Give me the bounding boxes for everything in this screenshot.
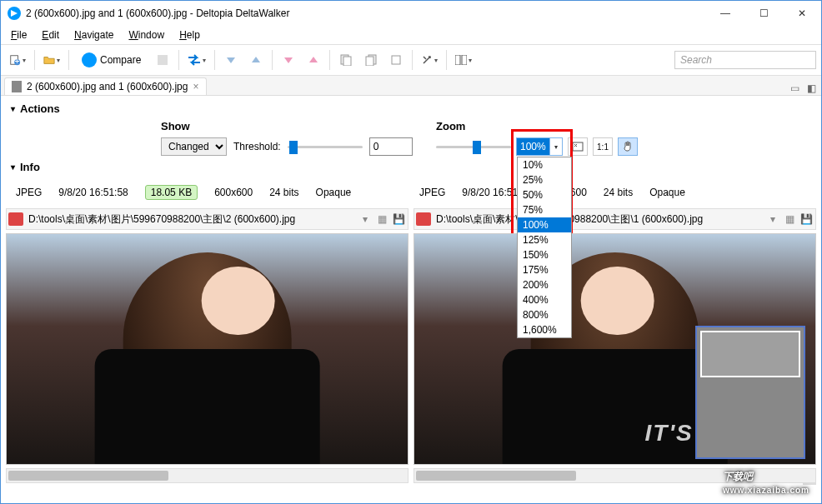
info-right: JPEG 9/8/20 16:51:58 600x600 24 bits Opa… <box>419 187 806 198</box>
right-image-pane[interactable]: IT'S <box>414 233 816 465</box>
menubar: File Edit Navigate Window Help <box>1 26 821 44</box>
shirt-text: IT'S <box>645 420 694 447</box>
app-icon <box>8 7 21 20</box>
toolbar: + Compare Search <box>1 44 821 76</box>
chevron-down-icon[interactable]: ▾ <box>549 138 562 155</box>
left-path-bar: D:\tools\桌面\素材\图片\599670988200\主图\2 (600… <box>6 208 408 230</box>
menu-edit[interactable]: Edit <box>35 27 66 42</box>
menu-navigate[interactable]: Navigate <box>68 27 120 42</box>
open-dropdown[interactable] <box>40 49 63 71</box>
nav-down-button[interactable] <box>220 49 242 71</box>
zoom-option[interactable]: 175% <box>518 262 571 277</box>
stop-button[interactable] <box>152 49 173 71</box>
browse-folder-icon[interactable]: ▦ <box>374 212 389 227</box>
minimize-panel-icon[interactable]: ▭ <box>788 82 801 95</box>
svg-rect-8 <box>392 56 400 64</box>
new-dropdown[interactable]: + <box>6 49 29 71</box>
zoom-value: 100% <box>517 138 549 155</box>
tabbar: 2 (600x600).jpg and 1 (600x600).jpg × ▭ … <box>1 76 821 96</box>
info-left: JPEG 9/8/20 16:51:58 18.05 KB 600x600 24… <box>16 185 403 200</box>
image-file-icon <box>416 212 431 226</box>
show-mode-select[interactable]: Changed <box>161 137 227 156</box>
save-icon[interactable]: 💾 <box>391 212 406 227</box>
svg-rect-11 <box>573 142 583 151</box>
watermark: 下载吧 www.xiazaiba.com <box>723 460 809 495</box>
svg-rect-5 <box>343 57 351 66</box>
minimize-button[interactable]: — <box>706 1 744 26</box>
menu-file[interactable]: File <box>4 27 33 42</box>
info-depth: 24 bits <box>269 187 298 198</box>
compare-icon <box>82 52 97 67</box>
zoom-option[interactable]: 800% <box>518 307 571 322</box>
document-icon <box>12 81 22 92</box>
actions-heading[interactable]: Actions <box>11 102 811 115</box>
titlebar: 2 (600x600).jpg and 1 (600x600).jpg - De… <box>1 1 821 26</box>
nav-up-button[interactable] <box>245 49 267 71</box>
zoom-combo[interactable]: 100% ▾ 10%25%50%75%100%125%150%175%200%4… <box>516 137 563 156</box>
info-depth: 24 bits <box>604 187 633 198</box>
copy-right-button[interactable] <box>360 49 382 71</box>
fit-button[interactable] <box>568 137 588 156</box>
svg-rect-7 <box>366 57 373 66</box>
nav-down-red-button[interactable] <box>278 49 299 71</box>
tab-close-icon[interactable]: × <box>193 81 198 92</box>
nav-up-red-button[interactable] <box>303 49 324 71</box>
navigator-thumbnail[interactable] <box>695 326 805 459</box>
right-path-bar: D:\tools\桌面\素材\图片\599670988200\主图\1 (600… <box>414 208 816 230</box>
info-heading[interactable]: Info <box>11 161 811 173</box>
copy-all-button[interactable] <box>385 49 407 71</box>
zoom-option[interactable]: 100% <box>518 217 571 232</box>
zoom-option[interactable]: 400% <box>518 292 571 307</box>
layout-dropdown[interactable] <box>452 49 475 71</box>
zoom-dropdown: 10%25%50%75%100%125%150%175%200%400%800%… <box>517 157 572 338</box>
zoom-option[interactable]: 10% <box>518 157 571 172</box>
left-path-input[interactable]: D:\tools\桌面\素材\图片\599670988200\主图\2 (600… <box>25 212 356 227</box>
tools-dropdown[interactable] <box>418 49 441 71</box>
info-date: 9/8/20 16:51:58 <box>58 187 128 198</box>
swap-dropdown[interactable] <box>184 49 209 71</box>
menu-help[interactable]: Help <box>173 27 207 42</box>
left-image-pane[interactable] <box>6 233 408 465</box>
info-format: JPEG <box>16 187 42 198</box>
zoom-option[interactable]: 75% <box>518 202 571 217</box>
browse-folder-icon[interactable]: ▦ <box>782 212 797 227</box>
image-compare-area: IT'S <box>1 233 821 465</box>
compare-button[interactable]: Compare <box>74 52 148 68</box>
tab-label: 2 (600x600).jpg and 1 (600x600).jpg <box>27 81 188 92</box>
path-row: D:\tools\桌面\素材\图片\599670988200\主图\2 (600… <box>1 208 821 233</box>
actions-section: Actions Show Changed Threshold: Zoom <box>1 96 821 159</box>
maximize-button[interactable]: ☐ <box>744 1 783 26</box>
document-tab[interactable]: 2 (600x600).jpg and 1 (600x600).jpg × <box>4 77 207 95</box>
zoom-option[interactable]: 1,600% <box>518 322 571 337</box>
threshold-input[interactable] <box>369 137 413 156</box>
copy-left-button[interactable] <box>335 49 357 71</box>
threshold-label: Threshold: <box>233 141 281 152</box>
one-to-one-button[interactable]: 1:1 <box>593 137 613 156</box>
zoom-option[interactable]: 50% <box>518 187 571 202</box>
zoom-option[interactable]: 150% <box>518 247 571 262</box>
compare-label: Compare <box>100 54 141 66</box>
svg-text:+: + <box>15 56 20 66</box>
info-section: Info <box>1 159 821 182</box>
info-format: JPEG <box>419 187 445 198</box>
info-dims: 600x600 <box>214 187 253 198</box>
left-hscrollbar[interactable] <box>6 468 408 483</box>
maximize-panel-icon[interactable]: ◧ <box>804 82 818 95</box>
zoom-option[interactable]: 125% <box>518 232 571 247</box>
right-path-input[interactable]: D:\tools\桌面\素材\图片\599670988200\主图\1 (600… <box>433 212 764 227</box>
info-size-badge: 18.05 KB <box>145 185 198 200</box>
close-button[interactable]: ✕ <box>783 1 821 26</box>
info-alpha: Opaque <box>649 187 685 198</box>
path-dropdown-icon[interactable]: ▾ <box>358 212 373 227</box>
navigator-viewport[interactable] <box>700 331 800 377</box>
zoom-slider[interactable] <box>436 138 511 155</box>
zoom-option[interactable]: 200% <box>518 277 571 292</box>
save-icon[interactable]: 💾 <box>799 212 814 227</box>
info-row: JPEG 9/8/20 16:51:58 18.05 KB 600x600 24… <box>1 182 821 208</box>
menu-window[interactable]: Window <box>122 27 171 42</box>
search-input[interactable]: Search <box>674 51 816 69</box>
path-dropdown-icon[interactable]: ▾ <box>765 212 780 227</box>
threshold-slider[interactable] <box>288 138 363 155</box>
pan-hand-button[interactable] <box>618 137 638 156</box>
zoom-option[interactable]: 25% <box>518 172 571 187</box>
